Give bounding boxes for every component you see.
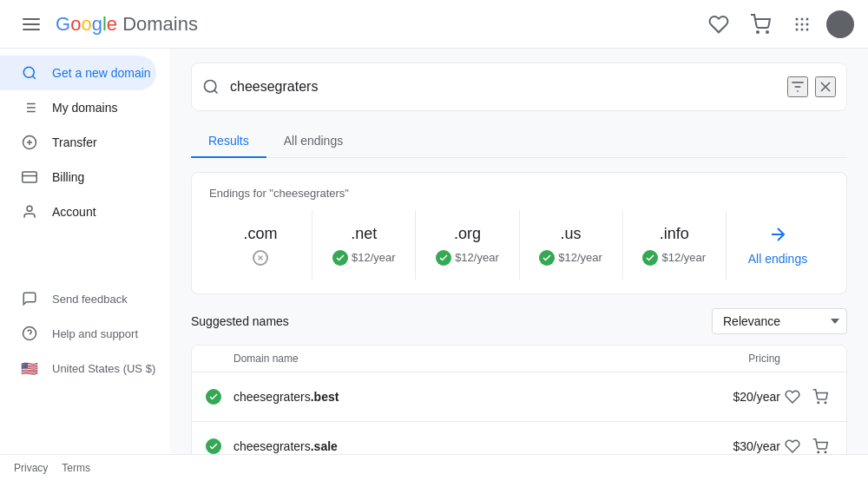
sidebar-item-label: Billing xyxy=(52,170,84,184)
ending-ext: .org xyxy=(454,225,481,243)
available-check xyxy=(206,438,227,454)
ending-item-us[interactable]: .us $12/year xyxy=(520,210,623,280)
suggested-header: Suggested names Relevance Price: Low to … xyxy=(191,308,847,334)
ending-item-org[interactable]: .org $12/year xyxy=(416,210,519,280)
ending-price: $12/year xyxy=(558,251,602,264)
sidebar-item-my-domains[interactable]: My domains xyxy=(0,90,156,125)
svg-point-6 xyxy=(801,23,804,25)
domain-actions xyxy=(780,383,832,411)
header-left: Google Domains xyxy=(14,7,198,42)
google-domains-logo[interactable]: Google Domains xyxy=(56,13,198,36)
cart-icon xyxy=(812,389,828,405)
sidebar-item-get-new-domain[interactable]: Get a new domain xyxy=(0,56,156,90)
wishlist-button[interactable] xyxy=(701,7,736,42)
close-icon xyxy=(817,78,834,96)
page-footer: Privacy Terms xyxy=(0,454,868,481)
ending-status: $12/year xyxy=(332,250,396,266)
ending-status: $12/year xyxy=(436,250,499,266)
ending-item-com[interactable]: .com xyxy=(209,210,312,280)
wishlist-domain-button[interactable] xyxy=(780,432,805,454)
heart-icon xyxy=(785,389,800,405)
privacy-link[interactable]: Privacy xyxy=(14,462,48,474)
sidebar-item-transfer[interactable]: Transfer xyxy=(0,125,156,160)
filter-button[interactable] xyxy=(787,76,808,97)
terms-link[interactable]: Terms xyxy=(62,462,90,474)
cart-button[interactable] xyxy=(743,7,778,42)
svg-point-2 xyxy=(796,17,799,20)
svg-line-12 xyxy=(32,76,35,78)
filter-icon xyxy=(789,78,806,96)
domain-base: cheesegraters xyxy=(233,390,311,404)
ending-ext: .us xyxy=(561,225,582,243)
column-header-pricing: Pricing xyxy=(728,353,832,365)
svg-point-7 xyxy=(806,23,809,25)
suggested-title: Suggested names xyxy=(191,314,289,328)
search-input[interactable] xyxy=(230,79,787,95)
sidebar-item-locale[interactable]: 🇺🇸 United States (US $) xyxy=(0,351,156,385)
endings-title: Endings for "cheesegraters" xyxy=(209,187,829,200)
available-icon xyxy=(539,250,555,266)
available-icon xyxy=(642,250,658,266)
available-icon xyxy=(436,250,451,266)
endings-grid: .com .net $12/year xyxy=(209,210,829,280)
help-icon xyxy=(21,325,38,342)
svg-point-11 xyxy=(23,67,34,77)
tab-results[interactable]: Results xyxy=(191,125,266,158)
cart-icon xyxy=(750,14,771,35)
svg-point-9 xyxy=(801,28,804,30)
svg-point-24 xyxy=(27,206,32,211)
svg-point-5 xyxy=(796,23,799,25)
tab-all-endings[interactable]: All endings xyxy=(266,125,361,158)
sidebar: Get a new domain My domains Transfer Bil… xyxy=(0,49,170,454)
sidebar-item-label: Get a new domain xyxy=(52,66,151,80)
add-to-cart-button[interactable] xyxy=(808,432,832,454)
svg-point-8 xyxy=(796,28,799,30)
heart-icon xyxy=(708,14,729,35)
domain-price: $30/year xyxy=(702,439,780,453)
results-tabs: Results All endings xyxy=(191,125,847,158)
svg-line-28 xyxy=(214,90,218,94)
apps-icon xyxy=(792,14,812,35)
table-row: cheesegraters.best $20/year xyxy=(192,372,846,422)
header-right xyxy=(701,7,854,42)
ending-price: $12/year xyxy=(661,251,706,264)
list-icon xyxy=(21,99,38,116)
sidebar-item-label: Send feedback xyxy=(52,293,128,306)
sidebar-item-billing[interactable]: Billing xyxy=(0,160,156,194)
domain-price: $20/year xyxy=(702,390,780,404)
apps-button[interactable] xyxy=(785,7,819,42)
hamburger-button[interactable] xyxy=(14,7,49,42)
all-endings-button[interactable]: All endings xyxy=(727,210,829,280)
clear-search-button[interactable] xyxy=(815,76,836,97)
ending-status: $12/year xyxy=(539,250,602,266)
wishlist-domain-button[interactable] xyxy=(780,383,805,411)
svg-point-10 xyxy=(806,28,809,30)
ending-ext: .info xyxy=(660,225,689,243)
available-icon xyxy=(332,250,348,266)
domain-ext: .sale xyxy=(311,439,338,453)
ending-item-net[interactable]: .net $12/year xyxy=(312,210,416,280)
sidebar-item-send-feedback[interactable]: Send feedback xyxy=(0,281,156,316)
search-icon-wrap xyxy=(202,78,220,96)
svg-point-3 xyxy=(801,17,804,20)
arrow-right-icon xyxy=(767,224,788,245)
sort-select[interactable]: Relevance Price: Low to High Price: High… xyxy=(712,308,847,334)
ending-status: $12/year xyxy=(642,250,706,266)
suggested-section: Suggested names Relevance Price: Low to … xyxy=(191,308,847,454)
avatar[interactable] xyxy=(826,10,854,38)
ending-item-info[interactable]: .info $12/year xyxy=(623,210,727,280)
ending-price: $12/year xyxy=(352,251,396,264)
sidebar-item-help[interactable]: Help and support xyxy=(0,316,156,351)
main-content: Results All endings Endings for "cheeseg… xyxy=(170,49,868,454)
domain-actions xyxy=(780,432,832,454)
svg-rect-22 xyxy=(23,172,37,182)
credit-card-icon xyxy=(21,168,38,186)
svg-point-37 xyxy=(818,402,819,404)
all-endings-label: All endings xyxy=(748,252,808,266)
add-to-cart-button[interactable] xyxy=(808,383,832,411)
svg-point-38 xyxy=(825,402,826,404)
flag-icon: 🇺🇸 xyxy=(21,359,38,377)
search-bar xyxy=(191,63,847,111)
sidebar-item-account[interactable]: Account xyxy=(0,194,156,229)
domain-name: cheesegraters.sale xyxy=(227,439,702,453)
